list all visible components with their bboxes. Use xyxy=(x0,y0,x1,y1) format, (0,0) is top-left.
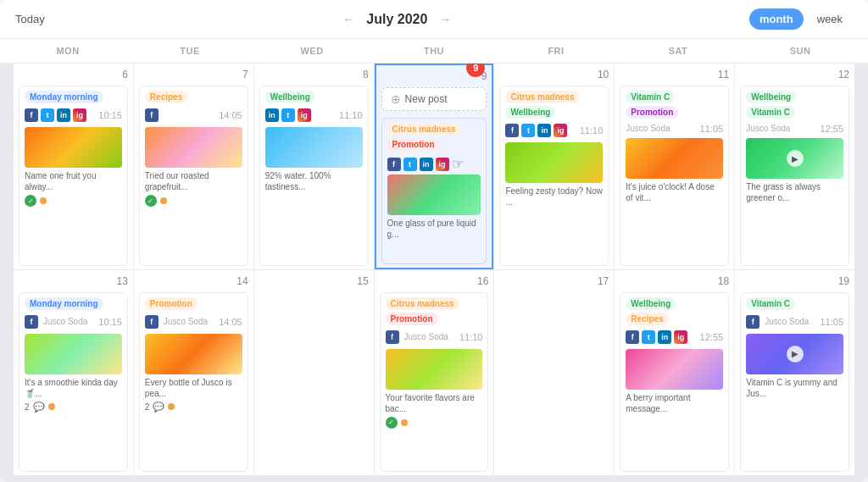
card-12[interactable]: Wellbeing Vitamin C Jusco Soda 12:55 ▶ T… xyxy=(740,86,849,266)
facebook-icon: f xyxy=(25,315,38,329)
brand-label: Jusco Soda xyxy=(765,317,809,326)
card-7[interactable]: Recipes f 14:05 Tried our roasted grapef… xyxy=(139,86,248,266)
card-text: Your favorite flavors are bac... xyxy=(386,392,483,414)
card-text: Feeling zesty today? Now ... xyxy=(505,186,603,208)
cursor-icon[interactable]: ☞ xyxy=(452,156,464,172)
day-header-sun: SUN xyxy=(739,42,861,59)
card-image xyxy=(25,334,122,374)
day-number-15: 15 xyxy=(259,275,369,287)
card-16[interactable]: Citrus madness Promotion fJusco Soda 11:… xyxy=(380,292,489,473)
card-text: Every bottle of Jusco is pea... xyxy=(145,377,242,399)
week-view-button[interactable]: week xyxy=(807,8,853,30)
day-cell-11: 11 Vitamin C Promotion Jusco Soda 11:05 … xyxy=(615,64,734,269)
day-cell-17: 17 xyxy=(494,270,614,476)
tag-wellbeing: Wellbeing xyxy=(626,297,676,310)
month-view-button[interactable]: month xyxy=(749,8,804,30)
status-check: ✓ xyxy=(145,195,157,207)
day-number-7: 7 xyxy=(139,69,248,80)
card-6[interactable]: Monday morning f t in ig 10:15 Name one … xyxy=(19,86,128,266)
card-time: 11:10 xyxy=(580,125,604,136)
tag-promotion: Promotion xyxy=(145,297,198,310)
brand-label: Jusco Soda xyxy=(164,317,208,326)
card-image xyxy=(145,127,242,168)
comment-count: 2 xyxy=(145,402,150,412)
card-13[interactable]: Monday morning fJusco Soda 10:15 It's a … xyxy=(19,292,128,473)
day-header-fri: FRI xyxy=(495,42,617,59)
day-cell-12: 12 Wellbeing Vitamin C Jusco Soda 12:55 … xyxy=(735,64,854,269)
card-image xyxy=(387,175,481,215)
instagram-icon: ig xyxy=(554,124,567,137)
comment-icon: 💬 xyxy=(153,402,164,413)
month-title: July 2020 xyxy=(366,12,427,27)
day-cell-9: 9 9 ⊕ New post Citrus madness Promotion … xyxy=(375,64,494,269)
card-time: 11:10 xyxy=(339,110,363,120)
day-header-wed: WED xyxy=(251,42,373,59)
jusco-soda-label: Jusco Soda xyxy=(626,124,670,133)
card-19[interactable]: Vitamin C fJusco Soda 11:05 ▶ Vitamin C … xyxy=(740,292,849,473)
card-text: Tried our roasted grapefruit... xyxy=(145,170,242,192)
status-check: ✓ xyxy=(25,195,36,207)
day-number-12: 12 xyxy=(740,69,849,80)
status-check: ✓ xyxy=(386,417,398,429)
twitter-icon: t xyxy=(403,158,417,171)
twitter-icon: t xyxy=(41,108,54,122)
card-10[interactable]: Citrus madness Wellbeing f t in ig 11:10 xyxy=(499,86,609,266)
card-image xyxy=(386,349,483,390)
day-cell-15: 15 xyxy=(254,270,374,476)
card-text: A berry important message... xyxy=(626,392,723,414)
card-text: It's juice o'clock! A dose of vit... xyxy=(626,181,723,203)
tag-citrus: Citrus madness xyxy=(505,91,579,103)
day-number-19: 19 xyxy=(740,275,849,287)
tag-vitamin: Vitamin C xyxy=(746,297,795,310)
twitter-icon: t xyxy=(642,330,655,344)
day-number-13: 13 xyxy=(19,275,128,287)
day-header-tue: TUE xyxy=(129,42,251,59)
brand-label: Jusco Soda xyxy=(404,332,448,341)
card-11[interactable]: Vitamin C Promotion Jusco Soda 11:05 It'… xyxy=(620,86,729,266)
day-cell-13: 13 Monday morning fJusco Soda 10:15 It's… xyxy=(14,270,133,476)
card-time: 10:15 xyxy=(98,110,122,120)
twitter-icon: t xyxy=(521,124,535,137)
day-cell-18: 18 Wellbeing Recipes f t in ig 12:55 xyxy=(615,270,734,476)
card-time: 11:10 xyxy=(459,332,483,342)
day-header-mon: MON xyxy=(7,42,129,59)
day-header-thu: THU xyxy=(373,42,495,59)
new-post-label: New post xyxy=(405,93,448,105)
card-time: 14:05 xyxy=(219,317,242,327)
day-cell-16: 16 Citrus madness Promotion fJusco Soda … xyxy=(375,270,494,476)
card-time: 14:05 xyxy=(219,110,242,120)
card-time: 12:55 xyxy=(820,124,843,134)
instagram-icon: ig xyxy=(436,158,449,171)
status-dot xyxy=(401,419,408,426)
day-number-10: 10 xyxy=(499,69,609,80)
card-18[interactable]: Wellbeing Recipes f t in ig 12:55 A berr xyxy=(620,292,729,473)
next-month-arrow[interactable]: → xyxy=(439,13,451,26)
jusco-soda-label: Jusco Soda xyxy=(746,124,790,133)
linkedin-icon: in xyxy=(537,124,551,137)
tag-monday: Monday morning xyxy=(25,297,103,310)
card-14[interactable]: Promotion fJusco Soda 14:05 Every bottle… xyxy=(139,292,248,473)
card-9[interactable]: Citrus madness Promotion f t in ig ☞ One… xyxy=(381,118,487,264)
tag-recipes: Recipes xyxy=(145,91,187,103)
comment-icon: 💬 xyxy=(33,402,45,413)
facebook-icon: f xyxy=(145,315,159,329)
instagram-icon: ig xyxy=(73,108,86,122)
tag-recipes: Recipes xyxy=(626,313,668,325)
status-dot xyxy=(168,403,175,410)
day-number-11: 11 xyxy=(620,69,729,80)
status-dot xyxy=(40,197,47,204)
card-text: The grass is always greener o... xyxy=(746,181,843,203)
new-post-button[interactable]: ⊕ New post xyxy=(381,87,487,111)
card-8[interactable]: Wellbeing in t ig 11:10 92% water. 100% … xyxy=(259,86,369,266)
linkedin-icon: in xyxy=(420,158,433,171)
prev-month-arrow[interactable]: ← xyxy=(342,13,354,26)
tag-promotion: Promotion xyxy=(387,138,440,151)
status-dot xyxy=(160,197,167,204)
day-number-14: 14 xyxy=(139,275,248,287)
today-button[interactable]: Today xyxy=(15,13,45,25)
card-text: It's a smoothie kinda day 🥤... xyxy=(25,377,122,399)
facebook-icon: f xyxy=(626,330,639,344)
card-text: Name one fruit you alway... xyxy=(25,170,122,192)
card-time: 11:05 xyxy=(700,124,724,134)
tag-promotion: Promotion xyxy=(386,313,438,325)
